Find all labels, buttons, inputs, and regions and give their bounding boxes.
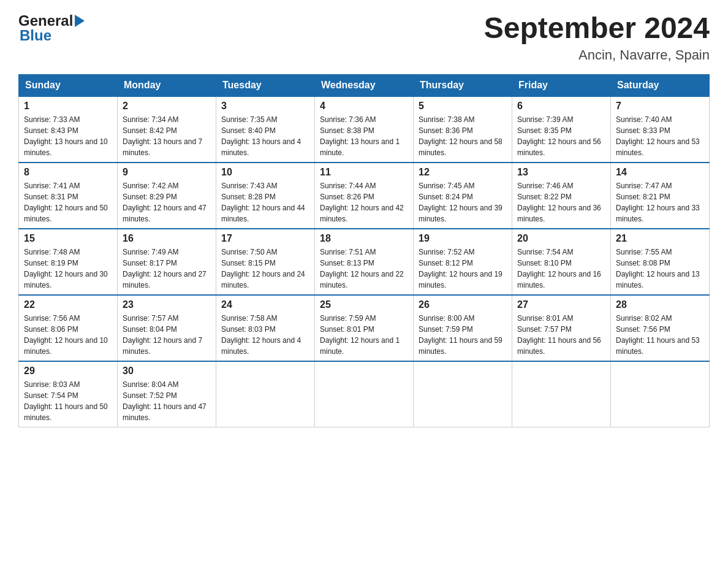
day-cell: 5Sunrise: 7:38 AMSunset: 8:36 PMDaylight… xyxy=(414,96,512,163)
logo-triangle-icon xyxy=(75,15,85,27)
day-number: 30 xyxy=(123,366,211,377)
day-cell: 21Sunrise: 7:55 AMSunset: 8:08 PMDayligh… xyxy=(611,229,710,295)
day-cell: 26Sunrise: 8:00 AMSunset: 7:59 PMDayligh… xyxy=(414,295,512,361)
day-number: 14 xyxy=(616,167,704,178)
day-info: Sunrise: 7:59 AMSunset: 8:01 PMDaylight:… xyxy=(320,313,408,357)
day-cell: 12Sunrise: 7:45 AMSunset: 8:24 PMDayligh… xyxy=(414,163,512,229)
month-title: September 2024 xyxy=(484,12,710,45)
day-number: 25 xyxy=(320,299,408,310)
day-cell: 24Sunrise: 7:58 AMSunset: 8:03 PMDayligh… xyxy=(216,295,315,361)
day-cell xyxy=(414,361,512,427)
day-info: Sunrise: 7:39 AMSunset: 8:35 PMDaylight:… xyxy=(517,114,605,158)
day-info: Sunrise: 7:40 AMSunset: 8:33 PMDaylight:… xyxy=(616,114,704,158)
day-info: Sunrise: 7:51 AMSunset: 8:13 PMDaylight:… xyxy=(320,247,408,291)
day-info: Sunrise: 7:46 AMSunset: 8:22 PMDaylight:… xyxy=(517,180,605,224)
day-cell: 23Sunrise: 7:57 AMSunset: 8:04 PMDayligh… xyxy=(118,295,216,361)
day-number: 13 xyxy=(517,167,605,178)
day-cell: 3Sunrise: 7:35 AMSunset: 8:40 PMDaylight… xyxy=(216,96,315,163)
day-number: 26 xyxy=(419,299,507,310)
day-info: Sunrise: 7:58 AMSunset: 8:03 PMDaylight:… xyxy=(221,313,309,357)
title-block: September 2024 Ancin, Navarre, Spain xyxy=(484,12,710,63)
logo: General Blue xyxy=(18,12,85,44)
day-info: Sunrise: 8:03 AMSunset: 7:54 PMDaylight:… xyxy=(24,379,112,423)
day-cell: 22Sunrise: 7:56 AMSunset: 8:06 PMDayligh… xyxy=(19,295,118,361)
day-cell: 6Sunrise: 7:39 AMSunset: 8:35 PMDaylight… xyxy=(512,96,611,163)
day-info: Sunrise: 7:52 AMSunset: 8:12 PMDaylight:… xyxy=(419,247,507,291)
week-row-3: 15Sunrise: 7:48 AMSunset: 8:19 PMDayligh… xyxy=(19,229,710,295)
day-info: Sunrise: 7:57 AMSunset: 8:04 PMDaylight:… xyxy=(123,313,211,357)
week-row-5: 29Sunrise: 8:03 AMSunset: 7:54 PMDayligh… xyxy=(19,361,710,427)
day-info: Sunrise: 8:02 AMSunset: 7:56 PMDaylight:… xyxy=(616,313,704,357)
header-thursday: Thursday xyxy=(414,74,512,96)
day-cell xyxy=(315,361,414,427)
day-cell: 2Sunrise: 7:34 AMSunset: 8:42 PMDaylight… xyxy=(118,96,216,163)
day-cell: 9Sunrise: 7:42 AMSunset: 8:29 PMDaylight… xyxy=(118,163,216,229)
header-tuesday: Tuesday xyxy=(216,74,315,96)
day-number: 17 xyxy=(221,233,309,244)
day-number: 18 xyxy=(320,233,408,244)
day-info: Sunrise: 8:00 AMSunset: 7:59 PMDaylight:… xyxy=(419,313,507,357)
day-cell: 1Sunrise: 7:33 AMSunset: 8:43 PMDaylight… xyxy=(19,96,118,163)
day-number: 5 xyxy=(419,101,507,112)
day-info: Sunrise: 7:38 AMSunset: 8:36 PMDaylight:… xyxy=(419,114,507,158)
day-number: 16 xyxy=(123,233,211,244)
day-number: 4 xyxy=(320,101,408,112)
day-cell: 17Sunrise: 7:50 AMSunset: 8:15 PMDayligh… xyxy=(216,229,315,295)
day-number: 12 xyxy=(419,167,507,178)
day-cell: 18Sunrise: 7:51 AMSunset: 8:13 PMDayligh… xyxy=(315,229,414,295)
weekday-header-row: SundayMondayTuesdayWednesdayThursdayFrid… xyxy=(19,74,710,96)
logo-blue-text: Blue xyxy=(18,27,51,44)
day-cell: 27Sunrise: 8:01 AMSunset: 7:57 PMDayligh… xyxy=(512,295,611,361)
week-row-2: 8Sunrise: 7:41 AMSunset: 8:31 PMDaylight… xyxy=(19,163,710,229)
header-saturday: Saturday xyxy=(611,74,710,96)
day-number: 27 xyxy=(517,299,605,310)
day-number: 9 xyxy=(123,167,211,178)
day-number: 24 xyxy=(221,299,309,310)
day-info: Sunrise: 7:47 AMSunset: 8:21 PMDaylight:… xyxy=(616,180,704,224)
day-cell xyxy=(512,361,611,427)
day-number: 10 xyxy=(221,167,309,178)
day-info: Sunrise: 7:42 AMSunset: 8:29 PMDaylight:… xyxy=(123,180,211,224)
day-cell: 16Sunrise: 7:49 AMSunset: 8:17 PMDayligh… xyxy=(118,229,216,295)
day-number: 11 xyxy=(320,167,408,178)
day-number: 23 xyxy=(123,299,211,310)
day-info: Sunrise: 7:54 AMSunset: 8:10 PMDaylight:… xyxy=(517,247,605,291)
day-number: 28 xyxy=(616,299,704,310)
day-info: Sunrise: 7:48 AMSunset: 8:19 PMDaylight:… xyxy=(24,247,112,291)
day-cell: 15Sunrise: 7:48 AMSunset: 8:19 PMDayligh… xyxy=(19,229,118,295)
day-info: Sunrise: 7:56 AMSunset: 8:06 PMDaylight:… xyxy=(24,313,112,357)
day-number: 8 xyxy=(24,167,112,178)
day-info: Sunrise: 7:35 AMSunset: 8:40 PMDaylight:… xyxy=(221,114,309,158)
day-info: Sunrise: 8:04 AMSunset: 7:52 PMDaylight:… xyxy=(123,379,211,423)
day-number: 19 xyxy=(419,233,507,244)
day-info: Sunrise: 7:45 AMSunset: 8:24 PMDaylight:… xyxy=(419,180,507,224)
header-friday: Friday xyxy=(512,74,611,96)
day-cell: 20Sunrise: 7:54 AMSunset: 8:10 PMDayligh… xyxy=(512,229,611,295)
week-row-1: 1Sunrise: 7:33 AMSunset: 8:43 PMDaylight… xyxy=(19,96,710,163)
week-row-4: 22Sunrise: 7:56 AMSunset: 8:06 PMDayligh… xyxy=(19,295,710,361)
day-number: 2 xyxy=(123,101,211,112)
day-number: 3 xyxy=(221,101,309,112)
day-info: Sunrise: 7:44 AMSunset: 8:26 PMDaylight:… xyxy=(320,180,408,224)
day-cell: 30Sunrise: 8:04 AMSunset: 7:52 PMDayligh… xyxy=(118,361,216,427)
day-cell: 19Sunrise: 7:52 AMSunset: 8:12 PMDayligh… xyxy=(414,229,512,295)
header-sunday: Sunday xyxy=(19,74,118,96)
day-cell: 8Sunrise: 7:41 AMSunset: 8:31 PMDaylight… xyxy=(19,163,118,229)
day-info: Sunrise: 7:55 AMSunset: 8:08 PMDaylight:… xyxy=(616,247,704,291)
day-cell: 29Sunrise: 8:03 AMSunset: 7:54 PMDayligh… xyxy=(19,361,118,427)
day-info: Sunrise: 7:49 AMSunset: 8:17 PMDaylight:… xyxy=(123,247,211,291)
day-info: Sunrise: 7:33 AMSunset: 8:43 PMDaylight:… xyxy=(24,114,112,158)
day-number: 15 xyxy=(24,233,112,244)
day-number: 29 xyxy=(24,366,112,377)
day-cell: 11Sunrise: 7:44 AMSunset: 8:26 PMDayligh… xyxy=(315,163,414,229)
location-subtitle: Ancin, Navarre, Spain xyxy=(484,47,710,63)
day-number: 1 xyxy=(24,101,112,112)
day-cell: 28Sunrise: 8:02 AMSunset: 7:56 PMDayligh… xyxy=(611,295,710,361)
day-info: Sunrise: 7:41 AMSunset: 8:31 PMDaylight:… xyxy=(24,180,112,224)
day-number: 22 xyxy=(24,299,112,310)
day-info: Sunrise: 7:36 AMSunset: 8:38 PMDaylight:… xyxy=(320,114,408,158)
day-cell: 13Sunrise: 7:46 AMSunset: 8:22 PMDayligh… xyxy=(512,163,611,229)
day-number: 7 xyxy=(616,101,704,112)
header-monday: Monday xyxy=(118,74,216,96)
day-cell xyxy=(611,361,710,427)
